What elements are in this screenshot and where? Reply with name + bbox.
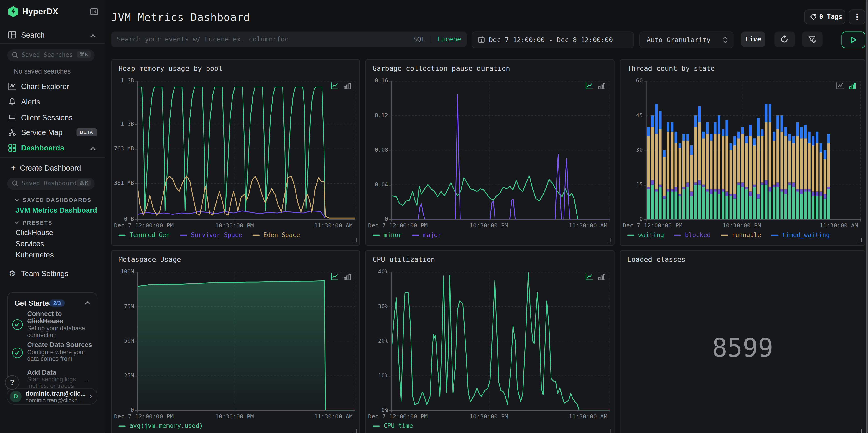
create-dashboard-button[interactable]: + Create Dashboard <box>0 162 104 173</box>
help-button[interactable]: ? <box>5 375 19 390</box>
legend-item-survivor-space[interactable]: Survivor Space <box>180 231 242 239</box>
bell-icon <box>8 97 17 106</box>
get-started-card: Get Started 2/3 Connect to ClickHouse Se… <box>7 292 97 394</box>
user-account-button[interactable]: D dominic.tran@clic... dominic.tran@clic… <box>7 388 97 405</box>
scrollbar[interactable] <box>866 0 867 433</box>
panel-menu-button[interactable]: ⋮ <box>849 9 865 24</box>
resize-handle[interactable] <box>858 429 862 433</box>
panel-title[interactable]: Loaded classes <box>627 255 686 264</box>
x-axis-label: 10:30:00 PM <box>469 222 508 228</box>
resize-handle[interactable] <box>352 429 356 433</box>
legend-item-blocked[interactable]: blocked <box>674 231 711 239</box>
chevron-up-icon[interactable] <box>85 301 90 305</box>
x-tick <box>235 219 235 221</box>
saved-dashboards-header[interactable]: SAVED DASHBOARDS <box>23 197 92 203</box>
sidebar-item-search[interactable]: Search <box>0 29 104 42</box>
sidebar-item-alerts[interactable]: Alerts <box>0 96 104 109</box>
chevron-down-icon[interactable] <box>14 221 20 225</box>
sidebar-item-service-map[interactable]: Service Map BETA <box>0 126 104 139</box>
refresh-button[interactable] <box>774 32 795 47</box>
x-tick <box>860 219 861 221</box>
panel-title[interactable]: Heap memory usage by pool <box>118 64 222 72</box>
filter-button[interactable] <box>802 32 823 47</box>
date-range-picker[interactable]: 1 Dec 7 12:00:00 - Dec 8 12:00:00 <box>472 32 634 48</box>
panel-title[interactable]: Thread count by state <box>627 64 715 72</box>
preset-kubernetes[interactable]: Kubernetes <box>16 251 54 259</box>
y-axis-label: 0 <box>366 216 388 222</box>
panel-title[interactable]: Garbage collection pause duration <box>373 64 510 72</box>
app-root: HyperDX Search Saved Searches ⌘K No <box>0 0 868 433</box>
x-axis-label: 11:30:00 AM <box>314 413 353 420</box>
plus-icon: + <box>11 163 16 172</box>
resize-handle[interactable] <box>858 238 862 242</box>
chevron-down-icon[interactable] <box>14 198 20 202</box>
run-query-button[interactable] <box>841 32 865 48</box>
legend-dash <box>373 235 380 236</box>
chevron-up-icon[interactable] <box>90 34 96 37</box>
sidebar-item-chart-explorer[interactable]: Chart Explorer <box>0 80 104 94</box>
saved-dashboards-input[interactable]: Saved Dashboards ⌘K <box>7 178 95 190</box>
legend-dash <box>252 235 259 236</box>
legend-item-waiting[interactable]: waiting <box>627 231 664 239</box>
sql-toggle[interactable]: SQL <box>413 35 425 43</box>
legend-item-runnable[interactable]: runnable <box>721 231 761 239</box>
play-icon <box>851 37 856 42</box>
y-axis-label: 0.16 <box>366 78 388 84</box>
legend-dash <box>627 235 634 236</box>
legend-item-eden-space[interactable]: Eden Space <box>252 231 300 239</box>
search-section-icon <box>8 31 17 39</box>
sidebar-item-jvm-dashboard[interactable]: JVM Metrics Dashboard <box>16 206 97 214</box>
plot-area <box>137 272 355 411</box>
panel-title[interactable]: CPU utilization <box>373 255 435 264</box>
chevron-down-icon <box>724 41 727 42</box>
saved-searches-input[interactable]: Saved Searches ⌘K <box>7 49 95 61</box>
lucene-toggle[interactable]: Lucene <box>437 35 461 43</box>
x-axis-labels: Dec 7 12:00:00 PM10:30:00 PM11:30:00 AM <box>114 413 355 420</box>
y-axis-label: 15 <box>620 182 643 187</box>
filter-funnel-icon <box>809 36 815 41</box>
presets-header[interactable]: PRESETS <box>23 220 53 226</box>
sidebar-item-team-settings[interactable]: ⚙ Team Settings <box>0 267 104 280</box>
y-tick <box>644 81 646 81</box>
x-axis-labels: Dec 7 12:00:00 PM10:30:00 PM11:30:00 AM <box>114 222 355 228</box>
resize-handle[interactable] <box>352 238 356 242</box>
legend-dash <box>771 235 778 236</box>
resize-handle[interactable] <box>607 238 611 242</box>
y-tick <box>389 272 392 272</box>
legend-item-tenured-gen[interactable]: Tenured Gen <box>118 231 170 239</box>
legend-dash <box>373 425 380 426</box>
x-axis-label: 11:30:00 AM <box>569 222 607 228</box>
y-tick <box>389 116 392 116</box>
live-button[interactable]: Live <box>741 32 765 47</box>
legend-item-avg-jvm-memory-used-[interactable]: avg(jvm.memory.used) <box>118 422 203 430</box>
y-axis-label: 50M <box>112 338 134 343</box>
legend-item-timed-waiting[interactable]: timed_waiting <box>771 231 830 239</box>
resize-handle[interactable] <box>607 429 611 433</box>
tags-button[interactable]: 0 Tags <box>804 9 845 24</box>
legend-item-major[interactable]: major <box>412 231 441 239</box>
x-axis-label: 11:30:00 AM <box>314 222 353 228</box>
x-tick <box>235 410 235 412</box>
panel-title[interactable]: Metaspace Usage <box>118 255 181 264</box>
x-axis-label: Dec 7 12:00:00 PM <box>114 222 174 228</box>
event-search-input[interactable]: Search your events w/ Lucene ex. column:… <box>111 32 467 47</box>
preset-clickhouse[interactable]: ClickHouse <box>16 228 53 237</box>
single-value-number: 8599 <box>620 333 865 363</box>
x-tick <box>610 219 610 221</box>
chart-panel-loaded-classes: Loaded classes8599 <box>620 250 865 433</box>
y-axis-label: 0.04 <box>366 182 388 187</box>
granularity-select[interactable]: Auto Granularity <box>640 32 734 48</box>
x-tick <box>742 219 742 221</box>
collapse-sidebar-icon[interactable] <box>90 7 99 16</box>
legend-item-minor[interactable]: minor <box>373 231 402 239</box>
hyperdx-logo-icon[interactable] <box>7 5 19 18</box>
app-title[interactable]: HyperDX <box>22 7 58 16</box>
chevron-up-icon[interactable] <box>90 147 96 151</box>
legend-item-cpu-time[interactable]: CPU time <box>373 422 413 430</box>
y-axis-label: 0 <box>112 407 134 413</box>
sidebar-item-dashboards[interactable]: Dashboards <box>0 142 104 155</box>
y-axis-label: 30% <box>366 304 388 309</box>
preset-services[interactable]: Services <box>16 240 44 248</box>
sidebar-item-client-sessions[interactable]: Client Sessions <box>0 111 104 125</box>
x-axis-label: Dec 7 12:00:00 PM <box>368 222 428 228</box>
